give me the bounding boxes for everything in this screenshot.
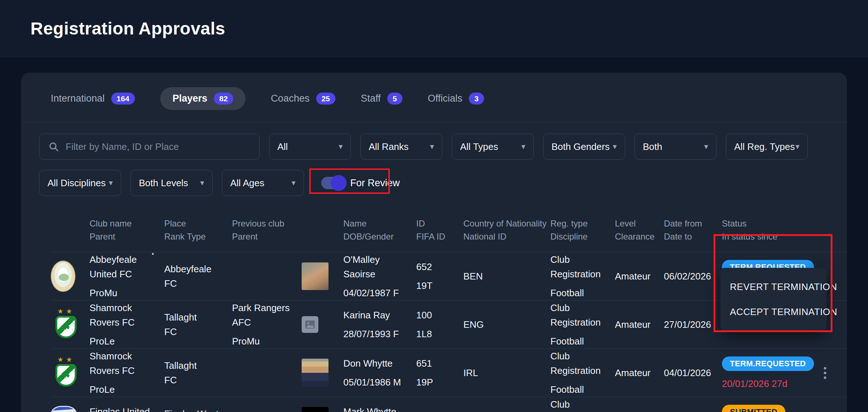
reg-type: Club Registration: [550, 301, 615, 330]
level: Amateur: [615, 317, 664, 332]
date-from: 06/02/2026: [664, 269, 722, 283]
discipline: Football: [550, 286, 615, 300]
chevron-down-icon: ▾: [200, 178, 204, 188]
col-reg-type: Reg. type Discipline: [550, 217, 615, 243]
main-panel: International 164 Players 82 Coaches 25 …: [21, 73, 847, 412]
col-country: Country of Nationality National ID: [463, 217, 550, 243]
finglas-united-club-logo: [51, 406, 77, 412]
termination-context-menu: REVERT TERMINATION ACCEPT TERMINATION: [720, 268, 827, 331]
player-photo: [302, 262, 328, 290]
chevron-down-icon: ▾: [521, 142, 525, 151]
col-date-from: Date from Date to: [664, 217, 722, 243]
tab-players-label: Players: [173, 93, 207, 104]
chevron-down-icon: ▾: [292, 178, 295, 188]
fifa-id: 19T: [416, 278, 463, 293]
table-row: Finglas United ProLe Finglas West FC Mar…: [51, 397, 847, 412]
chevron-down-icon: ▾: [430, 142, 434, 151]
discipline: Football: [550, 334, 615, 348]
tab-coaches[interactable]: Coaches 25: [271, 87, 335, 110]
col-club-name: Club name Parent: [90, 217, 164, 243]
player-photo: [302, 407, 328, 412]
for-review-toggle[interactable]: [321, 177, 344, 189]
dob-gender: 05/01/1986 M: [343, 375, 416, 389]
shamrock-rovers-club-logo: ★★ ☘: [51, 356, 81, 389]
select-all[interactable]: All ▾: [269, 134, 351, 160]
col-place: Place Rank Type: [164, 217, 232, 243]
select-both[interactable]: Both ▾: [635, 134, 716, 160]
menu-item-revert-termination[interactable]: REVERT TERMINATION: [730, 281, 827, 293]
country: BEN: [463, 269, 550, 283]
fifa-id: 19P: [416, 375, 463, 389]
level: Amateur: [615, 366, 664, 380]
select-both-genders[interactable]: Both Genders ▾: [543, 134, 625, 160]
col-status: Status In status since: [722, 217, 814, 243]
tab-coaches-label: Coaches: [271, 93, 310, 104]
player-id: 100: [416, 308, 463, 322]
player-photo: [302, 359, 328, 387]
discipline: Football: [550, 382, 615, 397]
club-parent: ProLe: [90, 382, 164, 397]
player-name: O'Malley Saoirse: [343, 252, 416, 281]
search-box[interactable]: [39, 134, 260, 160]
fifa-id: 1L8: [416, 327, 463, 341]
select-all-reg-types[interactable]: All Reg. Types ▾: [726, 134, 808, 160]
place: Tallaght FC: [164, 310, 232, 339]
tab-players[interactable]: Players 82: [160, 87, 245, 110]
select-all-disciplines[interactable]: All Disciplines ▾: [39, 170, 121, 196]
page-title: Registration Approvals: [30, 19, 225, 38]
search-input[interactable]: [66, 141, 251, 152]
filters-section: All ▾ All Ranks ▾ All Types ▾ Both Gende…: [21, 123, 847, 196]
table-header-row: Club name Parent Place Rank Type Previou…: [51, 211, 847, 252]
place: Tallaght FC: [164, 358, 232, 387]
select-all-types[interactable]: All Types ▾: [452, 134, 534, 160]
club-name: Finglas United: [90, 404, 164, 412]
club-name: Abbeyfeale United FC: [90, 252, 164, 281]
status-badge: SUBMITTED: [722, 405, 785, 412]
level: Amateur: [615, 269, 664, 283]
dob-gender: 28/07/1993 F: [343, 327, 416, 341]
club-note-dot: [152, 253, 154, 255]
for-review-toggle-label: For Review: [350, 178, 400, 189]
col-previous-club: Previous club Parent: [232, 217, 302, 243]
place: Finglas West FC: [164, 407, 232, 412]
image-placeholder-icon: [305, 320, 315, 329]
club-name: Shamrock Rovers FC: [90, 349, 164, 378]
tab-players-count-badge: 82: [214, 93, 233, 105]
select-all-ranks[interactable]: All Ranks ▾: [360, 134, 442, 160]
player-name: Mark Whytte: [343, 404, 416, 412]
club-name: Shamrock Rovers FC: [90, 301, 164, 330]
tab-officials-label: Officials: [428, 93, 463, 104]
chevron-down-icon: ▾: [795, 142, 799, 151]
reg-type: Club Registration: [550, 349, 615, 378]
country: ENG: [463, 317, 550, 332]
previous-club: Park Rangers AFC: [232, 301, 302, 330]
shamrock-rovers-club-logo: ★★ ☘: [51, 308, 81, 341]
in-status-since: 20/01/2026 27d: [722, 378, 788, 389]
country: IRL: [463, 366, 550, 380]
chevron-down-icon: ▾: [109, 178, 113, 188]
player-name: Karina Ray: [343, 308, 416, 322]
table-row: ★★ ☘ Shamrock Rovers FC ProLe Tallaght F…: [51, 348, 847, 397]
club-parent: ProMu: [90, 286, 164, 300]
col-id: ID FIFA ID: [416, 217, 463, 243]
tab-international[interactable]: International 164: [51, 87, 135, 110]
select-both-levels[interactable]: Both Levels ▾: [131, 170, 212, 196]
player-id: 651: [416, 356, 463, 371]
reg-type: Club Registration: [550, 397, 615, 412]
date-from: 04/01/2026: [664, 366, 722, 380]
reg-type: Club Registration: [550, 252, 615, 281]
select-all-ages[interactable]: All Ages ▾: [222, 170, 304, 196]
previous-club-parent: ProMu: [232, 334, 302, 348]
chevron-down-icon: ▾: [613, 142, 617, 151]
tab-officials[interactable]: Officials 3: [428, 87, 484, 110]
status-badge: TERM.REQUESTED: [722, 356, 814, 371]
club-parent: ProLe: [90, 334, 164, 348]
chevron-down-icon: ▾: [704, 142, 708, 151]
dob-gender: 04/02/1987 F: [343, 286, 416, 300]
tab-staff[interactable]: Staff 5: [361, 87, 402, 110]
chevron-down-icon: ▾: [339, 142, 343, 151]
row-actions-kebab-icon[interactable]: [814, 367, 847, 379]
col-name: Name DOB/Gender: [343, 217, 416, 243]
col-level: Level Clearance: [615, 217, 664, 243]
menu-item-accept-termination[interactable]: ACCEPT TERMINATION: [730, 306, 827, 318]
